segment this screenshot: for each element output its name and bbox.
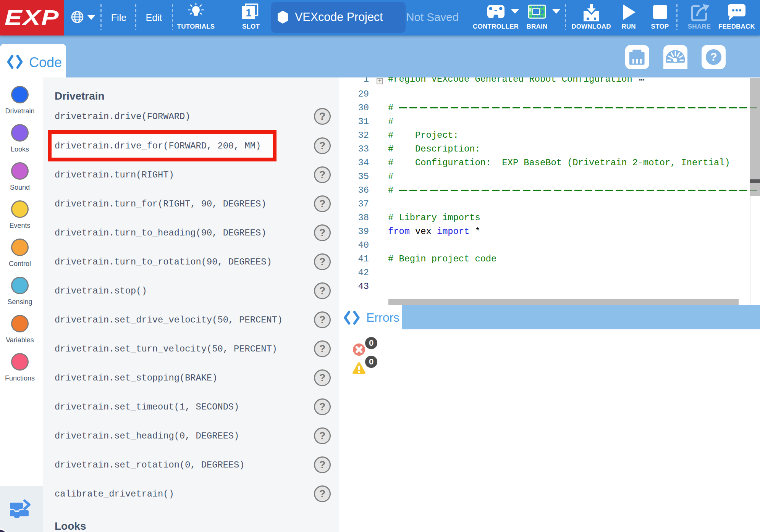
svg-text:1: 1 [246,7,251,19]
svg-text:?: ? [710,50,717,63]
